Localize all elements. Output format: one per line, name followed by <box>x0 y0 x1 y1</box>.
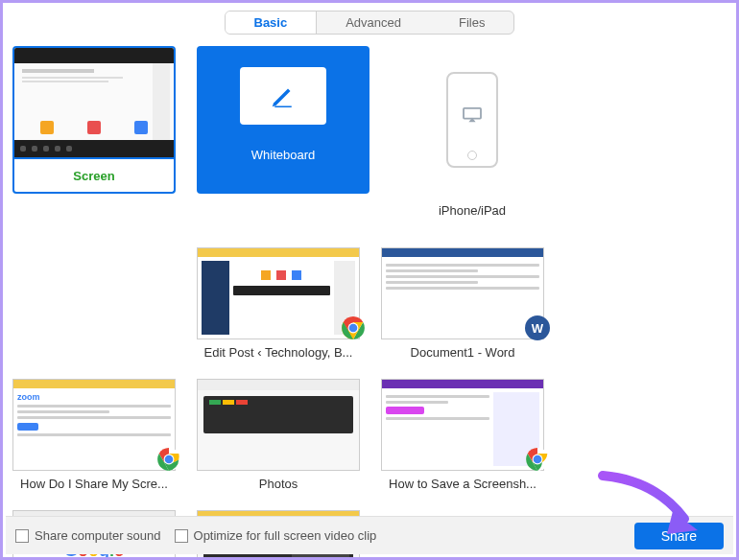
footer-bar: Share computer sound Optimize for full s… <box>6 516 733 554</box>
share-button[interactable]: Share <box>634 523 724 549</box>
tab-strip: Basic Advanced Files <box>225 11 515 35</box>
chrome-icon <box>525 447 550 472</box>
share-grid: Screen Whiteboard iPhone/iPad <box>3 35 736 560</box>
tile-window[interactable]: Photos <box>197 379 360 491</box>
window-label: Photos <box>197 471 360 491</box>
checkbox-label: Share computer sound <box>35 528 161 543</box>
window-label: Document1 - Word <box>381 339 544 360</box>
window-thumbnail <box>197 247 360 339</box>
window-thumbnail: zoom <box>12 379 176 471</box>
svg-point-8 <box>165 455 174 464</box>
chrome-icon <box>156 447 181 472</box>
whiteboard-card: Whiteboard <box>197 46 370 194</box>
pencil-icon <box>269 82 298 110</box>
window-label: How to Save a Screensh... <box>381 471 544 491</box>
checkbox-box <box>175 529 188 543</box>
screen-thumbnail <box>12 46 176 159</box>
svg-point-11 <box>534 455 542 464</box>
tile-window[interactable]: W Document1 - Word <box>381 247 544 360</box>
tile-screen[interactable]: Screen <box>12 46 176 228</box>
tile-window[interactable]: Edit Post ‹ Technology, B... <box>197 247 360 360</box>
tile-screen-label: Screen <box>14 159 174 194</box>
window-thumbnail <box>381 379 544 471</box>
tile-window[interactable]: How to Save a Screensh... <box>381 379 544 491</box>
iphone-card <box>391 46 554 194</box>
window-label: Edit Post ‹ Technology, B... <box>197 339 360 360</box>
tab-files[interactable]: Files <box>430 12 513 34</box>
tile-iphone-label: iPhone/iPad <box>391 194 554 228</box>
svg-point-5 <box>349 324 358 333</box>
checkbox-box <box>15 529 29 543</box>
chrome-icon <box>341 315 366 340</box>
tile-iphone-ipad[interactable]: iPhone/iPad <box>391 46 554 228</box>
word-icon: W <box>525 315 550 340</box>
checkbox-share-sound[interactable]: Share computer sound <box>15 528 161 543</box>
tile-whiteboard-label: Whiteboard <box>250 138 317 173</box>
window-thumbnail <box>381 247 544 339</box>
tile-whiteboard[interactable]: Whiteboard <box>197 46 370 228</box>
svg-rect-0 <box>464 108 481 119</box>
tile-window[interactable]: zoom How Do I Share My Scre... <box>12 379 176 491</box>
checkbox-label: Optimize for full screen video clip <box>194 528 377 543</box>
window-label: How Do I Share My Scre... <box>12 471 176 491</box>
window-thumbnail <box>197 379 360 471</box>
airplay-icon <box>462 106 483 124</box>
tab-basic[interactable]: Basic <box>226 12 318 34</box>
tab-bar: Basic Advanced Files <box>3 11 736 35</box>
tab-advanced[interactable]: Advanced <box>317 12 430 34</box>
checkbox-optimize-video[interactable]: Optimize for full screen video clip <box>175 528 377 543</box>
